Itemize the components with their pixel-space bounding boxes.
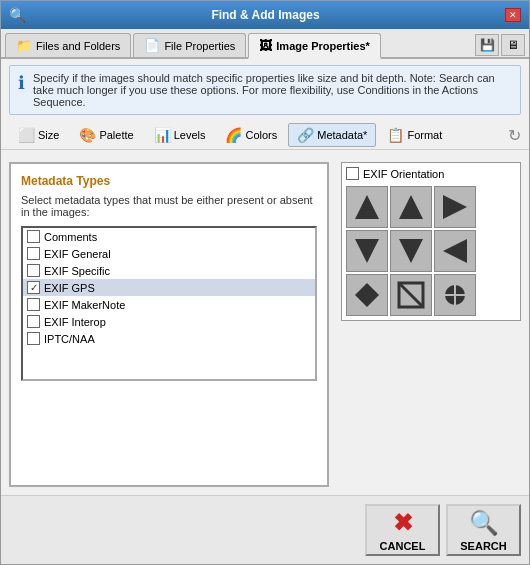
- tab-image-props[interactable]: 🖼 Image Properties*: [248, 33, 381, 59]
- tab-files-label: Files and Folders: [36, 40, 120, 52]
- size-button[interactable]: ⬜ Size: [9, 123, 68, 147]
- comments-label: Comments: [44, 231, 97, 243]
- footer: ✖ CANCEL 🔍 SEARCH: [1, 495, 529, 564]
- cancel-label: CANCEL: [380, 540, 426, 552]
- colors-icon: 🌈: [225, 127, 242, 143]
- files-icon: 📁: [16, 38, 32, 53]
- comments-checkbox[interactable]: [27, 230, 40, 243]
- exif-interop-label: EXIF Interop: [44, 316, 106, 328]
- orientation-icon-8: [395, 279, 427, 311]
- svg-marker-6: [355, 283, 379, 307]
- exif-makernote-checkbox[interactable]: [27, 298, 40, 311]
- levels-icon: 📊: [154, 127, 171, 143]
- info-text: Specify if the images should match speci…: [33, 72, 512, 108]
- svg-marker-2: [443, 195, 467, 219]
- orientation-4[interactable]: [346, 230, 388, 272]
- title-controls: ✕: [505, 8, 521, 22]
- exif-specific-checkbox[interactable]: [27, 264, 40, 277]
- window-title: Find & Add Images: [26, 8, 505, 22]
- metadata-icon: 🔗: [297, 127, 314, 143]
- cancel-icon: ✖: [393, 509, 413, 537]
- iptc-checkbox[interactable]: [27, 332, 40, 345]
- tab-file-props[interactable]: 📄 File Properties: [133, 33, 246, 57]
- exif-header: EXIF Orientation: [346, 167, 516, 180]
- iptc-label: IPTC/NAA: [44, 333, 95, 345]
- image-props-icon: 🖼: [259, 38, 272, 53]
- size-icon: ⬜: [18, 127, 35, 143]
- metadata-button[interactable]: 🔗 Metadata*: [288, 123, 376, 147]
- main-window: 🔍 Find & Add Images ✕ 📁 Files and Folder…: [0, 0, 530, 565]
- search-icon: 🔍: [9, 7, 26, 23]
- search-button[interactable]: 🔍 SEARCH: [446, 504, 521, 556]
- main-content: Metadata Types Select metadata types tha…: [1, 154, 529, 495]
- orientation-icon-6: [439, 235, 471, 267]
- list-item[interactable]: EXIF General: [23, 245, 315, 262]
- metadata-panel-desc: Select metadata types that must be eithe…: [21, 194, 317, 218]
- metadata-panel: Metadata Types Select metadata types tha…: [9, 162, 329, 487]
- exif-orientation-label: EXIF Orientation: [363, 168, 444, 180]
- tab-image-props-label: Image Properties*: [276, 40, 370, 52]
- search-label: SEARCH: [460, 540, 506, 552]
- exif-orientation-panel: EXIF Orientation: [341, 162, 521, 487]
- exif-group: EXIF Orientation: [341, 162, 521, 321]
- orientation-2[interactable]: [390, 186, 432, 228]
- metadata-list[interactable]: Comments EXIF General EXIF Specific EXIF…: [21, 226, 317, 381]
- svg-marker-1: [399, 195, 423, 219]
- tab-file-props-label: File Properties: [164, 40, 235, 52]
- levels-button[interactable]: 📊 Levels: [145, 123, 215, 147]
- list-item[interactable]: EXIF Specific: [23, 262, 315, 279]
- tab-files[interactable]: 📁 Files and Folders: [5, 33, 131, 57]
- close-button[interactable]: ✕: [505, 8, 521, 22]
- orientation-8[interactable]: [390, 274, 432, 316]
- exif-orientation-checkbox[interactable]: [346, 167, 359, 180]
- save-button[interactable]: 💾: [475, 34, 499, 56]
- orientation-icon-2: [395, 191, 427, 223]
- metadata-panel-title: Metadata Types: [21, 174, 317, 188]
- tab-bar: 📁 Files and Folders 📄 File Properties 🖼 …: [1, 29, 529, 59]
- palette-button[interactable]: 🎨 Palette: [70, 123, 142, 147]
- exif-gps-label: EXIF GPS: [44, 282, 95, 294]
- exif-specific-label: EXIF Specific: [44, 265, 110, 277]
- title-bar: 🔍 Find & Add Images ✕: [1, 1, 529, 29]
- orientation-9[interactable]: [434, 274, 476, 316]
- exif-gps-checkbox[interactable]: [27, 281, 40, 294]
- orientation-1[interactable]: [346, 186, 388, 228]
- orientation-icon-3: [439, 191, 471, 223]
- orientation-icon-7: [351, 279, 383, 311]
- svg-marker-5: [443, 239, 467, 263]
- orientation-icon-4: [351, 235, 383, 267]
- list-item[interactable]: EXIF MakerNote: [23, 296, 315, 313]
- orientation-3[interactable]: [434, 186, 476, 228]
- orientation-6[interactable]: [434, 230, 476, 272]
- format-icon: 📋: [387, 127, 404, 143]
- svg-marker-3: [355, 239, 379, 263]
- exif-general-checkbox[interactable]: [27, 247, 40, 260]
- svg-marker-0: [355, 195, 379, 219]
- orientation-5[interactable]: [390, 230, 432, 272]
- exif-interop-checkbox[interactable]: [27, 315, 40, 328]
- new-button[interactable]: 🖥: [501, 34, 525, 56]
- info-bar: ℹ Specify if the images should match spe…: [9, 65, 521, 115]
- toolbar: ⬜ Size 🎨 Palette 📊 Levels 🌈 Colors 🔗 Met…: [1, 121, 529, 150]
- orientation-icon-5: [395, 235, 427, 267]
- list-item[interactable]: IPTC/NAA: [23, 330, 315, 347]
- colors-button[interactable]: 🌈 Colors: [216, 123, 286, 147]
- orientation-icon-1: [351, 191, 383, 223]
- loading-spinner: ↻: [508, 126, 521, 145]
- list-item[interactable]: EXIF Interop: [23, 313, 315, 330]
- format-button[interactable]: 📋 Format: [378, 123, 451, 147]
- svg-marker-4: [399, 239, 423, 263]
- svg-line-8: [399, 283, 423, 307]
- palette-icon: 🎨: [79, 127, 96, 143]
- list-item[interactable]: Comments: [23, 228, 315, 245]
- info-icon: ℹ: [18, 72, 25, 108]
- exif-makernote-label: EXIF MakerNote: [44, 299, 125, 311]
- list-item[interactable]: EXIF GPS: [23, 279, 315, 296]
- search-btn-icon: 🔍: [469, 509, 499, 537]
- orientation-7[interactable]: [346, 274, 388, 316]
- file-props-icon: 📄: [144, 38, 160, 53]
- exif-general-label: EXIF General: [44, 248, 111, 260]
- cancel-button[interactable]: ✖ CANCEL: [365, 504, 440, 556]
- orientation-grid: [346, 186, 516, 316]
- orientation-icon-9: [439, 279, 471, 311]
